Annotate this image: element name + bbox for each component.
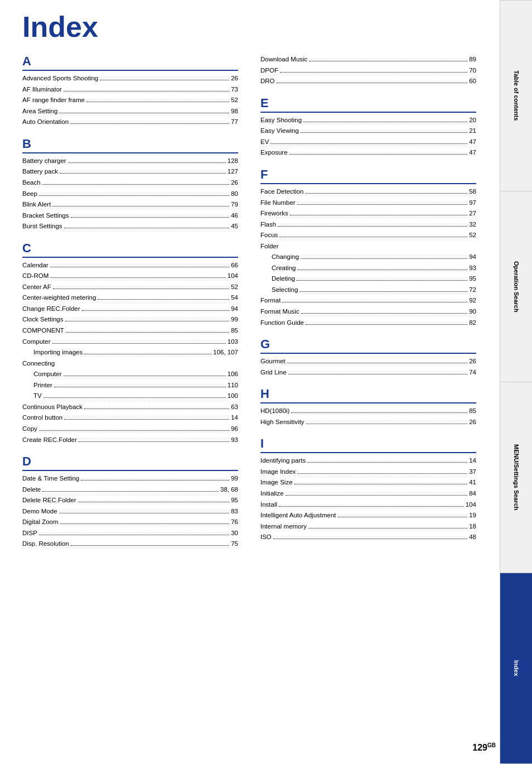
entry-dots	[60, 173, 226, 174]
entry-dots	[279, 506, 464, 507]
entry-dots	[82, 310, 230, 311]
list-item: Advanced Sports Shooting 26	[22, 73, 238, 84]
index-section: D Date & Time Setting 99 Delete 38, 68 D…	[22, 454, 238, 550]
entry-page: 20	[469, 115, 476, 126]
entry-name: Format	[260, 295, 280, 306]
entry-dots	[306, 424, 468, 424]
entry-dots	[52, 343, 226, 344]
entry-page: 47	[469, 147, 476, 158]
entry-dots	[42, 491, 219, 492]
entry-name: ISO	[260, 532, 272, 543]
list-item: CD-ROM 104	[22, 271, 238, 282]
entry-dots	[71, 217, 229, 218]
entry-dots	[70, 123, 229, 124]
entry-page: 26	[231, 73, 238, 84]
entry-name: Exposure	[260, 147, 288, 158]
entry-dots	[307, 462, 467, 463]
entry-name: Selecting	[272, 285, 298, 296]
list-item: Exposure 47	[260, 147, 476, 158]
entry-name: Printer	[33, 380, 52, 391]
section-letter: E	[260, 96, 476, 113]
entry-dots	[98, 299, 229, 300]
entry-page: 26	[469, 417, 476, 428]
list-item: File Number 97	[260, 198, 476, 209]
list-item: DPOF 70	[260, 65, 476, 76]
entry-name: Delete REC.Folder	[22, 495, 76, 506]
entry-dots	[39, 430, 229, 431]
list-item: Date & Time Setting 99	[22, 473, 238, 484]
sidebar-tab-index[interactable]: Index	[500, 573, 532, 764]
sidebar: Table of contentsOperation SearchMENU/Se…	[500, 0, 532, 764]
list-item: Format Music 90	[260, 306, 476, 318]
entry-page: 66	[231, 260, 238, 271]
list-item: Computer 103	[22, 337, 238, 348]
entry-name: Image Index	[260, 467, 296, 478]
entry-name: TV	[33, 391, 42, 402]
entry-name: Grid Line	[260, 367, 287, 378]
sidebar-tab-menu-settings-search[interactable]: MENU/Settings Search	[500, 382, 532, 573]
entry-name: Center-weighted metering	[22, 292, 96, 304]
entry-page: 60	[469, 76, 476, 87]
sidebar-tab-table-of-contents[interactable]: Table of contents	[500, 0, 532, 191]
entry-page: 85	[231, 325, 238, 337]
left-column: A Advanced Sports Shooting 26 AF Illumin…	[22, 54, 238, 550]
entry-name: Identifying parts	[260, 455, 306, 467]
list-item: Grid Line 74	[260, 367, 476, 378]
entry-dots	[66, 332, 229, 333]
index-section: I Identifying parts 14 Image Index 37 Im…	[260, 436, 476, 542]
entry-name: Flash	[260, 219, 276, 230]
entry-name: Creating	[272, 263, 296, 274]
entry-dots	[303, 122, 467, 122]
entry-page: 79	[231, 199, 238, 210]
entry-page: 77	[231, 117, 238, 128]
entry-dots	[81, 480, 229, 480]
entry-dots	[309, 61, 467, 61]
entry-name: Initialize	[260, 488, 284, 499]
list-item: Connecting	[22, 358, 238, 369]
entry-dots	[86, 102, 229, 102]
entry-dots	[65, 321, 230, 321]
sidebar-tab-operation-search[interactable]: Operation Search	[500, 191, 532, 382]
entry-dots	[301, 258, 467, 259]
list-item: COMPONENT 85	[22, 325, 238, 337]
entry-page: 52	[231, 95, 238, 106]
entry-name: Download Music	[260, 54, 307, 65]
entry-page: 127	[228, 166, 238, 177]
list-item: Area Setting 98	[22, 106, 238, 117]
entry-dots	[294, 484, 468, 484]
entry-name: AF Illuminator	[22, 84, 62, 95]
entry-name: Focus	[260, 230, 278, 241]
entry-page: 47	[469, 137, 476, 148]
entry-page: 26	[231, 177, 238, 189]
entry-dots	[84, 409, 229, 409]
list-item: Blink Alert 79	[22, 199, 238, 210]
section-letter: F	[260, 167, 476, 184]
entry-name: Internal memory	[260, 521, 307, 532]
list-item: Battery charger 128	[22, 156, 238, 167]
entry-dots	[279, 237, 467, 237]
entry-dots	[64, 419, 229, 420]
entry-page: 84	[469, 488, 476, 499]
entry-name: Easy Shooting	[260, 115, 302, 126]
list-item: Install 104	[260, 499, 476, 511]
entry-name: Change REC.Folder	[22, 304, 80, 315]
entry-page: 94	[231, 304, 238, 315]
entry-dots	[280, 72, 467, 73]
entry-page: 52	[231, 282, 238, 293]
entry-page: 128	[228, 156, 238, 167]
entry-page: 58	[469, 186, 476, 198]
list-item: Importing images 106, 107	[22, 347, 238, 358]
entry-page: 73	[231, 84, 238, 95]
entry-page: 14	[231, 412, 238, 424]
entry-page: 98	[231, 106, 238, 117]
list-item: Disp. Resolution 75	[22, 539, 238, 550]
entry-name: Continuous Playback	[22, 402, 83, 413]
section-letter: B	[22, 137, 238, 153]
entry-page: 99	[231, 314, 238, 325]
entry-page: 106	[228, 369, 238, 380]
entry-page: 82	[469, 318, 476, 329]
list-item: Image Index 37	[260, 467, 476, 478]
list-item: Beach 26	[22, 177, 238, 189]
index-section: A Advanced Sports Shooting 26 AF Illumin…	[22, 54, 238, 128]
entry-page: 19	[469, 510, 476, 521]
